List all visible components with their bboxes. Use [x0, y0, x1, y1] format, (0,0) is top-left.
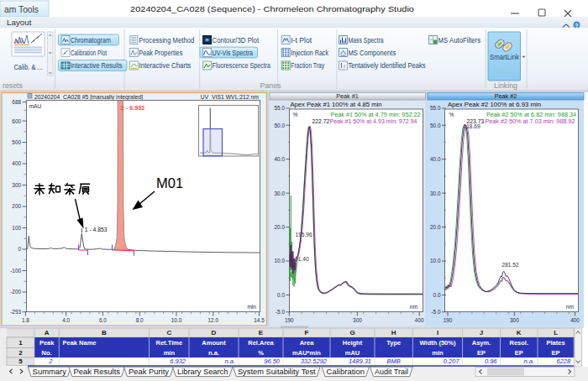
svg-text:20240204_CA028 #5 [manually in: 20240204_CA028 #5 [manually integrated]: [34, 94, 143, 101]
svg-text:6228: 6228: [557, 358, 572, 365]
svg-text:Width (50%): Width (50%): [420, 339, 456, 347]
svg-text:400: 400: [570, 317, 580, 323]
svg-text:5: 5: [18, 358, 23, 365]
svg-text:am Tools: am Tools: [4, 5, 39, 14]
svg-text:Plates: Plates: [547, 339, 565, 347]
svg-text:min: min: [432, 349, 444, 357]
svg-text:190: 190: [444, 317, 453, 323]
svg-text:-100: -100: [10, 268, 21, 274]
svg-text:n.a.: n.a.: [208, 349, 219, 357]
svg-text:resets: resets: [3, 81, 24, 90]
svg-text:1489.31: 1489.31: [349, 358, 371, 365]
svg-text:8.0: 8.0: [136, 317, 144, 323]
svg-text:688: 688: [12, 99, 21, 105]
svg-text:Peak Name: Peak Name: [63, 339, 97, 347]
svg-text:300: 300: [12, 182, 21, 188]
svg-text:4.0: 4.0: [62, 317, 70, 323]
svg-text:10.0: 10.0: [275, 258, 286, 264]
svg-text:nm: nm: [410, 304, 418, 310]
svg-text:12.0: 12.0: [208, 317, 219, 323]
svg-text:0.96: 0.96: [485, 358, 497, 365]
svg-text:190: 190: [285, 317, 294, 323]
svg-text:10.0: 10.0: [430, 258, 441, 264]
svg-text:min: min: [247, 304, 256, 310]
svg-text:Interactive Charts: Interactive Charts: [139, 61, 191, 70]
svg-text:2: 2: [48, 358, 53, 365]
svg-text:EP: EP: [552, 349, 560, 357]
svg-text:332.5292: 332.5292: [301, 358, 328, 365]
svg-text:Amount: Amount: [202, 339, 226, 347]
svg-text:n.a.: n.a.: [224, 358, 235, 365]
svg-text:500: 500: [12, 139, 21, 145]
svg-text:0.0: 0.0: [433, 292, 441, 298]
svg-text:EP: EP: [477, 349, 486, 357]
svg-text:mAU: mAU: [345, 349, 360, 357]
svg-text:M01: M01: [156, 175, 183, 190]
svg-text:400: 400: [12, 160, 21, 166]
svg-text:30.0: 30.0: [430, 190, 441, 196]
svg-text:Summary: Summary: [33, 368, 67, 376]
svg-text:0: 0: [18, 246, 21, 252]
svg-text:6.0: 6.0: [99, 317, 107, 323]
svg-text:J: J: [480, 329, 483, 337]
svg-text:A: A: [45, 329, 50, 337]
svg-text:MS AutoFilters: MS AutoFilters: [438, 36, 481, 44]
svg-text:%: %: [258, 349, 264, 357]
svg-text:Resol.: Resol.: [509, 339, 528, 347]
svg-text:Layout: Layout: [7, 18, 32, 27]
svg-text:?: ?: [575, 23, 579, 29]
svg-text:200: 200: [12, 203, 21, 209]
svg-text:Height: Height: [343, 339, 363, 347]
svg-text:min: min: [164, 349, 176, 357]
svg-text:C: C: [166, 329, 171, 337]
svg-text:Fluorescence Spectra: Fluorescence Spectra: [213, 61, 271, 70]
svg-text:E: E: [259, 329, 264, 337]
svg-text:Type: Type: [386, 339, 401, 347]
svg-text:Peak Properties: Peak Properties: [139, 49, 182, 57]
svg-text:55.0: 55.0: [430, 105, 441, 111]
svg-text:Calib. & ...: Calib. & ...: [14, 63, 43, 71]
svg-text:-293: -293: [10, 309, 21, 315]
svg-text:Contour/3D Plot: Contour/3D Plot: [213, 36, 260, 44]
svg-text:281.52: 281.52: [502, 262, 520, 268]
svg-text:Linking: Linking: [494, 81, 517, 90]
svg-text:nm: nm: [566, 304, 575, 310]
svg-text:Peak Purity: Peak Purity: [129, 368, 169, 376]
svg-text:SmartLink: SmartLink: [490, 53, 520, 61]
svg-text:2: 2: [18, 349, 23, 357]
svg-text:MS Components: MS Components: [349, 49, 396, 57]
svg-text:B: B: [102, 329, 107, 337]
svg-text:50.0: 50.0: [430, 123, 441, 128]
svg-text:Tentatively Identified Peaks: Tentatively Identified Peaks: [349, 61, 426, 70]
svg-text:No.: No.: [42, 349, 52, 357]
svg-text:EP: EP: [515, 349, 523, 357]
svg-text:-5.0: -5.0: [431, 309, 440, 315]
svg-text:mAU: mAU: [29, 103, 42, 109]
svg-text:0.0: 0.0: [277, 292, 285, 298]
svg-text:50.0: 50.0: [275, 123, 286, 128]
svg-text:-200: -200: [10, 289, 21, 295]
svg-text:I: I: [437, 329, 438, 337]
svg-text:400: 400: [415, 317, 424, 323]
svg-text:Panes: Panes: [260, 81, 282, 90]
svg-text:Injection Rack: Injection Rack: [291, 49, 328, 57]
svg-text:Audit Trail: Audit Trail: [375, 368, 408, 376]
svg-text:10.0: 10.0: [171, 317, 182, 323]
svg-text:195.96: 195.96: [296, 232, 313, 237]
svg-text:600: 600: [12, 118, 21, 124]
svg-text:L: L: [554, 329, 558, 337]
svg-text:100: 100: [12, 225, 21, 231]
svg-text:I-t Plot: I-t Plot: [291, 36, 312, 44]
svg-text:Library Search: Library Search: [177, 368, 228, 376]
svg-text:Peak #2: Peak #2: [495, 92, 517, 100]
svg-text:40.0: 40.0: [430, 156, 441, 162]
svg-text:Calibration Plot: Calibration Plot: [71, 49, 107, 57]
svg-text:Apex Peak #2 100% at 6.93 min: Apex Peak #2 100% at 6.93 min: [448, 101, 541, 108]
svg-text:H: H: [391, 329, 396, 337]
svg-text:Asym.: Asym.: [472, 339, 491, 347]
svg-text:Peak: Peak: [39, 339, 55, 347]
svg-text:%: %: [293, 112, 298, 117]
svg-text:UV-Vis Spectra: UV-Vis Spectra: [213, 49, 254, 57]
svg-text:40.0: 40.0: [275, 156, 286, 162]
svg-text:mAU*min: mAU*min: [292, 349, 321, 357]
